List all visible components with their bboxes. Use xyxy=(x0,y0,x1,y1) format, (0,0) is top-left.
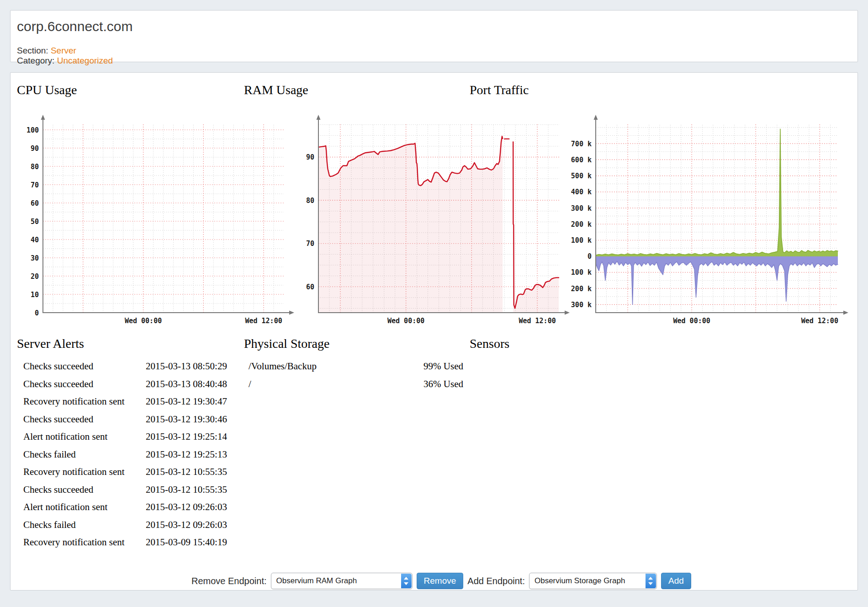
svg-text:Wed 12:00: Wed 12:00 xyxy=(245,317,282,325)
alert-label: Recovery notification sent xyxy=(23,537,125,548)
alert-timestamp: 2015-03-12 19:25:13 xyxy=(146,449,227,460)
svg-text:300 k: 300 k xyxy=(571,301,592,309)
alert-label: Checks failed xyxy=(23,519,76,531)
storage-row: /36% Used xyxy=(249,378,463,393)
svg-text:10: 10 xyxy=(31,291,39,299)
svg-text:70: 70 xyxy=(306,240,314,248)
svg-text:60: 60 xyxy=(306,283,314,291)
storage-path: / xyxy=(249,378,251,390)
alert-row: Recovery notification sent2015-03-12 10:… xyxy=(23,466,245,481)
alert-row: Checks succeeded2015-03-13 08:50:29 xyxy=(23,361,245,375)
port-traffic-title: Port Traffic xyxy=(470,83,529,97)
alert-label: Checks succeeded xyxy=(23,484,93,495)
alert-label: Alert notification sent xyxy=(23,431,107,442)
chevron-down-icon xyxy=(648,582,653,585)
sensors-heading: Sensors xyxy=(470,336,509,351)
section-value-link[interactable]: Server xyxy=(51,46,76,55)
remove-endpoint-select[interactable]: Observium RAM Graph xyxy=(271,573,413,589)
physical-storage-heading: Physical Storage xyxy=(244,336,329,351)
alert-timestamp: 2015-03-12 19:25:14 xyxy=(146,431,227,442)
ram-usage-title: RAM Usage xyxy=(244,83,308,97)
alert-row: Checks succeeded2015-03-12 10:55:35 xyxy=(23,484,245,499)
alert-row: Alert notification sent2015-03-12 19:25:… xyxy=(23,431,245,446)
svg-text:80: 80 xyxy=(306,197,314,205)
endpoint-controls: Remove Endpoint: Observium RAM Graph Rem… xyxy=(191,572,691,590)
svg-text:Wed 00:00: Wed 00:00 xyxy=(673,317,710,325)
select-stepper-icon xyxy=(401,574,412,588)
add-endpoint-select[interactable]: Observium Storage Graph xyxy=(529,573,657,589)
svg-text:50: 50 xyxy=(31,218,39,226)
storage-used-percent: 99% Used xyxy=(423,361,463,372)
alert-label: Checks failed xyxy=(23,449,76,460)
svg-text:0: 0 xyxy=(587,252,592,261)
storage-row: /Volumes/Backup99% Used xyxy=(249,361,463,375)
svg-text:100: 100 xyxy=(26,126,39,134)
svg-text:70: 70 xyxy=(31,181,39,189)
svg-text:400 k: 400 k xyxy=(571,188,592,196)
host-header-card: corp.6connect.com Section: Server Catego… xyxy=(10,10,858,62)
alert-row: Alert notification sent2015-03-12 09:26:… xyxy=(23,501,245,516)
alert-row: Recovery notification sent2015-03-09 15:… xyxy=(23,537,245,551)
svg-text:100 k: 100 k xyxy=(571,268,592,277)
alert-row: Checks succeeded2015-03-13 08:40:48 xyxy=(23,378,245,393)
svg-text:Wed 00:00: Wed 00:00 xyxy=(125,317,162,325)
remove-endpoint-select-value: Observium RAM Graph xyxy=(276,576,357,586)
add-endpoint-button[interactable]: Add xyxy=(661,573,691,589)
svg-text:Wed 00:00: Wed 00:00 xyxy=(387,317,424,325)
alert-label: Checks succeeded xyxy=(23,414,93,425)
alert-timestamp: 2015-03-12 09:26:03 xyxy=(146,519,227,531)
chevron-up-icon xyxy=(404,577,408,580)
dashboard-card: CPU Usage RAM Usage Port Traffic 0102030… xyxy=(10,72,858,591)
alert-label: Recovery notification sent xyxy=(23,396,125,407)
section-label: Section: xyxy=(17,46,48,55)
alert-row: Checks failed2015-03-12 19:25:13 xyxy=(23,449,245,463)
physical-storage-list: /Volumes/Backup99% Used/36% Used xyxy=(249,361,463,402)
alert-label: Alert notification sent xyxy=(23,501,107,513)
alert-row: Checks succeeded2015-03-12 19:30:46 xyxy=(23,414,245,428)
svg-text:700 k: 700 k xyxy=(571,140,592,148)
svg-text:60: 60 xyxy=(31,199,39,208)
svg-text:0: 0 xyxy=(35,309,39,317)
alert-label: Checks succeeded xyxy=(23,361,93,372)
server-alerts-list: Checks succeeded2015-03-13 08:50:29Check… xyxy=(23,361,245,562)
svg-text:30: 30 xyxy=(31,254,39,262)
add-endpoint-label: Add Endpoint: xyxy=(467,576,525,586)
section-line: Section: Server xyxy=(17,46,76,56)
alert-timestamp: 2015-03-12 10:55:35 xyxy=(146,484,227,495)
select-stepper-icon xyxy=(646,574,656,588)
alert-timestamp: 2015-03-12 09:26:03 xyxy=(146,501,227,513)
svg-text:200 k: 200 k xyxy=(571,220,592,229)
page: { "header": { "title": "corp.6connect.co… xyxy=(0,0,868,607)
chevron-up-icon xyxy=(648,577,653,580)
svg-text:300 k: 300 k xyxy=(571,204,592,213)
ram-usage-chart: 60708090Wed 00:00Wed 12:00 xyxy=(293,112,572,332)
svg-text:40: 40 xyxy=(31,236,39,244)
svg-text:200 k: 200 k xyxy=(571,285,592,293)
chevron-down-icon xyxy=(404,582,408,585)
remove-endpoint-button[interactable]: Remove xyxy=(417,573,464,589)
category-label: Category: xyxy=(17,56,54,65)
svg-text:600 k: 600 k xyxy=(571,156,592,164)
alert-label: Recovery notification sent xyxy=(23,466,125,478)
alert-timestamp: 2015-03-12 19:30:46 xyxy=(146,414,227,425)
alert-timestamp: 2015-03-13 08:50:29 xyxy=(146,361,227,372)
port-traffic-chart: 700 k600 k500 k400 k300 k200 k100 k0100 … xyxy=(567,112,849,332)
alert-row: Checks failed2015-03-12 09:26:03 xyxy=(23,519,245,534)
host-title: corp.6connect.com xyxy=(17,19,132,34)
category-line: Category: Uncategorized xyxy=(17,56,113,66)
cpu-usage-title: CPU Usage xyxy=(17,83,77,97)
remove-endpoint-label: Remove Endpoint: xyxy=(191,576,267,586)
alert-timestamp: 2015-03-09 15:40:19 xyxy=(146,537,227,548)
svg-text:Wed 12:00: Wed 12:00 xyxy=(801,317,838,325)
svg-text:500 k: 500 k xyxy=(571,172,592,180)
alert-label: Checks succeeded xyxy=(23,378,93,390)
alert-timestamp: 2015-03-13 08:40:48 xyxy=(146,378,227,390)
add-endpoint-select-value: Observium Storage Graph xyxy=(535,576,625,586)
svg-text:20: 20 xyxy=(31,272,39,281)
alert-timestamp: 2015-03-12 10:55:35 xyxy=(146,466,227,478)
category-value-link[interactable]: Uncategorized xyxy=(57,56,113,65)
storage-used-percent: 36% Used xyxy=(423,378,463,390)
svg-text:100 k: 100 k xyxy=(571,236,592,245)
svg-text:90: 90 xyxy=(31,144,39,153)
svg-text:Wed 12:00: Wed 12:00 xyxy=(519,317,556,325)
